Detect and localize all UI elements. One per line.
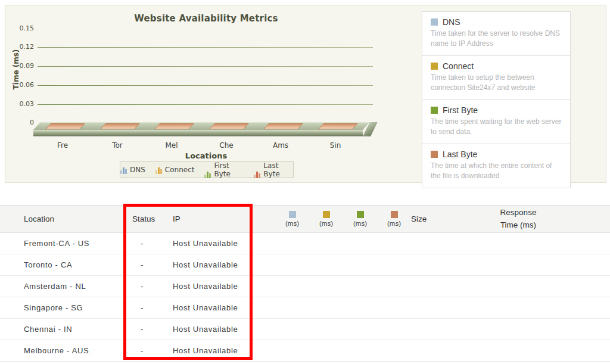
- cell-connect: [309, 254, 343, 276]
- y-tick: 0.09: [5, 62, 34, 70]
- cell-last-byte: [377, 233, 411, 254]
- ms-unit-label: (ms): [319, 220, 333, 227]
- cell-status: -: [132, 233, 173, 254]
- cell-last-byte: [377, 319, 411, 340]
- y-tick: 0.06: [5, 81, 34, 89]
- connect-color-swatch-icon: [431, 63, 438, 70]
- cell-last-byte: [377, 297, 411, 319]
- gridline: [38, 104, 373, 105]
- gridline: [38, 85, 373, 86]
- dns-color-swatch-icon: [289, 211, 296, 218]
- cell-status: -: [132, 297, 173, 319]
- ms-unit-label: (ms): [285, 220, 299, 227]
- y-tick: 0.03: [5, 100, 34, 108]
- table-row: Singapore - SG - Host Unavailable: [0, 297, 610, 319]
- ms-unit-label: (ms): [353, 220, 367, 227]
- x-tick: Fre: [43, 141, 82, 150]
- legend-item-last-byte[interactable]: Last Byte: [254, 161, 293, 178]
- bar-chart-icon: [204, 172, 211, 178]
- bar-base-tor: [100, 123, 140, 129]
- bar-chart-icon: [254, 172, 260, 178]
- first-byte-color-swatch-icon: [357, 211, 364, 218]
- card-title-row: Connect: [431, 61, 562, 71]
- cell-location: Amsterdam - NL: [0, 276, 132, 297]
- chart-floor-front: [33, 130, 363, 136]
- cell-location: Chennai - IN: [0, 319, 132, 340]
- legend-item-dns[interactable]: DNS: [120, 166, 145, 174]
- x-tick: Sin: [316, 141, 354, 150]
- cell-connect: [309, 276, 343, 297]
- header-size: Size: [411, 206, 453, 233]
- last-byte-color-swatch-icon: [431, 151, 438, 158]
- cell-response-time: [453, 233, 584, 254]
- table-row: Fremont-CA - US - Host Unavailable: [0, 233, 610, 254]
- card-title: DNS: [443, 17, 460, 27]
- cell-ip: Host Unavailable: [173, 340, 275, 362]
- cell-size: [411, 276, 453, 297]
- cell-status: -: [132, 254, 173, 276]
- table-header-row: Location Status IP (ms) (ms) (ms) (ms) S…: [0, 206, 610, 233]
- cell-location: Singapore - SG: [0, 297, 132, 319]
- legend-item-connect[interactable]: Connect: [155, 166, 195, 174]
- cell-ip: Host Unavailable: [173, 233, 275, 254]
- bar-chart-icon: [120, 167, 127, 174]
- info-card-connect: Connect Time taken to setup the between …: [422, 55, 571, 100]
- legend-label: Last Byte: [263, 161, 293, 178]
- card-description: The time at which the entire content of …: [431, 161, 562, 181]
- table-row: Chennai - IN - Host Unavailable: [0, 319, 610, 340]
- header-ip: IP: [173, 206, 275, 233]
- y-tick: 0: [5, 119, 34, 127]
- cell-ip: Host Unavailable: [173, 319, 275, 340]
- x-tick: Che: [207, 141, 245, 150]
- cell-filler: [584, 319, 610, 340]
- cell-response-time: [453, 340, 584, 362]
- y-tick: 0.12: [5, 43, 34, 51]
- cell-filler: [584, 340, 610, 362]
- cell-size: [411, 254, 453, 276]
- cell-filler: [584, 254, 610, 276]
- ms-unit-label: (ms): [387, 220, 401, 227]
- cell-response-time: [453, 297, 584, 319]
- cell-filler: [584, 233, 610, 254]
- card-title-row: First Byte: [431, 105, 562, 115]
- cell-size: [411, 233, 453, 254]
- dns-color-swatch-icon: [431, 18, 438, 26]
- info-card-dns: DNS Time taken for the server to resolve…: [422, 11, 571, 56]
- card-title: Last Byte: [443, 150, 477, 159]
- cell-first-byte: [343, 233, 377, 254]
- card-description: Time taken for the server to resolve DNS…: [431, 29, 562, 49]
- bar-base-fre: [45, 123, 85, 129]
- first-byte-color-swatch-icon: [431, 107, 438, 114]
- card-title-row: Last Byte: [431, 150, 562, 159]
- header-status: Status: [132, 206, 173, 233]
- cell-last-byte: [377, 254, 411, 276]
- table-row: Melbourne - AUS - Host Unavailable: [0, 340, 610, 362]
- cell-last-byte: [377, 340, 411, 362]
- cell-last-byte: [377, 276, 411, 297]
- cell-dns: [275, 340, 309, 362]
- cell-first-byte: [343, 254, 377, 276]
- cell-status: -: [132, 340, 173, 362]
- x-tick: Tor: [98, 141, 136, 150]
- cell-size: [411, 340, 453, 362]
- cell-connect: [309, 319, 343, 340]
- cell-location: Toronto - CA: [0, 254, 132, 276]
- cell-filler: [584, 276, 610, 297]
- cell-dns: [275, 276, 309, 297]
- cell-location: Fremont-CA - US: [0, 233, 132, 254]
- response-line1: Response: [453, 207, 584, 219]
- cell-response-time: [453, 254, 584, 276]
- cell-filler: [584, 297, 610, 319]
- cell-ip: Host Unavailable: [173, 276, 275, 297]
- cell-dns: [275, 254, 309, 276]
- header-response-time: Response Time (ms): [453, 206, 584, 233]
- header-connect-ms: (ms): [309, 206, 343, 233]
- header-location: Location: [0, 206, 132, 233]
- header-first-byte-ms: (ms): [343, 206, 377, 233]
- cell-first-byte: [343, 297, 377, 319]
- cell-first-byte: [343, 276, 377, 297]
- y-tick: 0.15: [5, 24, 34, 33]
- gridline: [38, 66, 373, 67]
- legend-item-first-byte[interactable]: First Byte: [204, 161, 244, 178]
- cell-status: -: [132, 276, 173, 297]
